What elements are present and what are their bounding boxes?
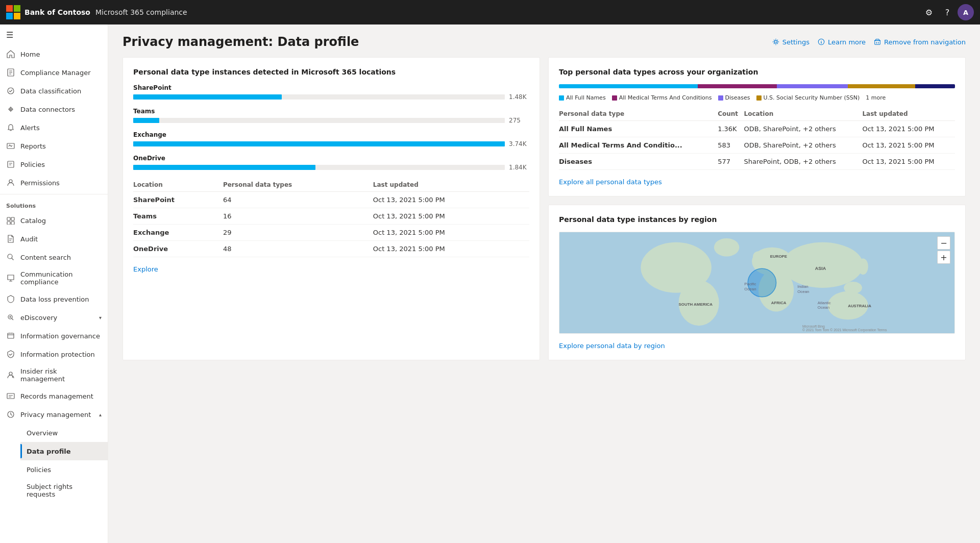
sidebar-item-insider-risk[interactable]: Insider risk management bbox=[0, 363, 108, 387]
info-gov-icon bbox=[6, 331, 15, 340]
zoom-in-button[interactable]: + bbox=[937, 251, 950, 264]
bar-row-exchange: Exchange 3.74K bbox=[133, 131, 529, 147]
table-row: OneDrive 48 Oct 13, 2021 5:00 PM bbox=[133, 241, 529, 257]
bar-label: Exchange bbox=[133, 131, 529, 138]
sidebar-item-content-search[interactable]: Content search bbox=[0, 248, 108, 266]
catalog-icon bbox=[6, 216, 15, 225]
sidebar-item-permissions[interactable]: Permissions bbox=[0, 174, 108, 192]
svg-rect-11 bbox=[11, 217, 14, 220]
sidebar-item-reports[interactable]: Reports bbox=[0, 137, 108, 155]
sidebar-item-label: Catalog bbox=[20, 217, 46, 225]
help-icon[interactable]: ? bbox=[939, 4, 955, 20]
classification-icon bbox=[6, 86, 15, 95]
hamburger-menu[interactable]: ☰ bbox=[0, 24, 108, 45]
sidebar-item-catalog[interactable]: Catalog bbox=[0, 211, 108, 230]
sidebar-item-label: Data loss prevention bbox=[20, 295, 89, 303]
solutions-section-label: Solutions bbox=[0, 196, 108, 211]
remove-nav-link[interactable]: Remove from navigation bbox=[874, 38, 966, 46]
svg-point-33 bbox=[844, 282, 862, 294]
sidebar-item-data-classification[interactable]: Data classification bbox=[0, 82, 108, 100]
sidebar-subitem-data-profile[interactable]: Data profile bbox=[20, 442, 108, 460]
cell-types: 29 bbox=[223, 225, 373, 241]
records-icon bbox=[6, 391, 15, 401]
svg-point-14 bbox=[8, 254, 12, 259]
cell-updated: Oct 13, 2021 5:00 PM bbox=[373, 208, 529, 225]
svg-point-17 bbox=[9, 372, 12, 375]
sidebar-subitem-subject-rights[interactable]: Subject rights requests bbox=[20, 479, 108, 502]
cell-type: All Full Names bbox=[559, 121, 718, 137]
legend-dot bbox=[756, 95, 762, 101]
sidebar-subitem-policies[interactable]: Policies bbox=[20, 460, 108, 479]
sidebar-item-ediscovery[interactable]: eDiscovery ▾ bbox=[0, 308, 108, 327]
avatar[interactable]: A bbox=[958, 4, 974, 20]
top-data-types-title: Top personal data types across your orga… bbox=[559, 68, 955, 76]
sidebar-item-alerts[interactable]: Alerts bbox=[0, 118, 108, 137]
sidebar-item-audit[interactable]: Audit bbox=[0, 230, 108, 248]
insider-icon bbox=[6, 371, 15, 380]
color-segment-medical bbox=[698, 84, 777, 88]
cell-types: 16 bbox=[223, 208, 373, 225]
bar-chart: SharePoint 1.48K Teams bbox=[133, 84, 529, 171]
explore-all-link[interactable]: Explore all personal data types bbox=[559, 178, 662, 186]
sidebar-item-information-protection[interactable]: Information protection bbox=[0, 345, 108, 363]
sidebar-subitem-label: Subject rights requests bbox=[27, 483, 102, 498]
sidebar: ☰ Home Compliance Manager Data classific… bbox=[0, 24, 108, 543]
svg-text:AUSTRALIA: AUSTRALIA bbox=[848, 304, 871, 308]
svg-text:SOUTH AMERICA: SOUTH AMERICA bbox=[679, 302, 713, 307]
table-row: Teams 16 Oct 13, 2021 5:00 PM bbox=[133, 208, 529, 225]
legend-ssn: U.S. Social Security Number (SSN) bbox=[756, 94, 860, 101]
svg-text:Pacific: Pacific bbox=[744, 282, 756, 286]
remove-nav-label: Remove from navigation bbox=[884, 38, 966, 46]
svg-point-26 bbox=[782, 242, 863, 288]
app-logo[interactable]: Bank of Contoso bbox=[6, 5, 90, 19]
sidebar-item-compliance-manager[interactable]: Compliance Manager bbox=[0, 63, 108, 82]
explore-region-link[interactable]: Explore personal data by region bbox=[559, 342, 665, 350]
svg-rect-1 bbox=[14, 5, 20, 12]
zoom-out-button[interactable]: − bbox=[937, 236, 950, 250]
sidebar-item-data-loss-prevention[interactable]: Data loss prevention bbox=[0, 290, 108, 308]
sidebar-subitem-label: Data profile bbox=[27, 448, 71, 455]
sidebar-item-communication-compliance[interactable]: Communication compliance bbox=[0, 266, 108, 290]
topbar-actions: ⚙ ? A bbox=[921, 4, 974, 20]
top-types-color-bar bbox=[559, 84, 955, 88]
svg-text:Indian: Indian bbox=[797, 284, 808, 289]
sidebar-item-policies[interactable]: Policies bbox=[0, 155, 108, 174]
sidebar-item-records-management[interactable]: Records management bbox=[0, 387, 108, 405]
cell-updated: Oct 13, 2021 5:00 PM bbox=[862, 154, 955, 170]
sidebar-item-privacy-management[interactable]: Privacy management ▴ bbox=[0, 405, 108, 424]
learn-more-link[interactable]: Learn more bbox=[818, 38, 866, 46]
cell-updated: Oct 13, 2021 5:00 PM bbox=[862, 121, 955, 137]
svg-point-30 bbox=[714, 238, 740, 257]
page-title: Privacy management: Data profile bbox=[122, 35, 772, 49]
sidebar-item-label: Compliance Manager bbox=[20, 69, 91, 77]
sidebar-subitem-overview[interactable]: Overview bbox=[20, 424, 108, 442]
svg-rect-8 bbox=[8, 161, 14, 167]
sidebar-item-information-governance[interactable]: Information governance bbox=[0, 327, 108, 345]
settings-icon[interactable]: ⚙ bbox=[921, 4, 937, 20]
sidebar-item-label: Information governance bbox=[20, 332, 100, 340]
svg-text:EUROPE: EUROPE bbox=[770, 254, 787, 259]
org-name: Bank of Contoso bbox=[24, 8, 90, 16]
sidebar-item-data-connectors[interactable]: Data connectors bbox=[0, 100, 108, 118]
svg-rect-18 bbox=[7, 393, 14, 399]
sidebar-item-label: Privacy management bbox=[20, 411, 91, 418]
reports-icon bbox=[6, 141, 15, 151]
explore-link[interactable]: Explore bbox=[133, 265, 158, 273]
top-types-table: Personal data type Count Location Last u… bbox=[559, 107, 955, 170]
sidebar-item-label: Records management bbox=[20, 392, 93, 400]
color-segment-ssn bbox=[848, 84, 915, 88]
sidebar-item-label: Policies bbox=[20, 161, 45, 168]
communication-icon bbox=[6, 274, 15, 283]
sidebar-item-label: Permissions bbox=[20, 179, 60, 187]
legend-diseases: Diseases bbox=[718, 94, 750, 101]
sidebar-item-home[interactable]: Home bbox=[0, 45, 108, 63]
svg-text:© 2021 Tom Tom © 2021 Microsof: © 2021 Tom Tom © 2021 Microsoft Corporat… bbox=[802, 328, 887, 332]
bar-row-sharepoint: SharePoint 1.48K bbox=[133, 84, 529, 101]
svg-rect-10 bbox=[7, 217, 10, 220]
bar-track bbox=[133, 118, 505, 123]
settings-link[interactable]: Settings bbox=[772, 38, 810, 46]
col-last-updated: Last updated bbox=[373, 178, 529, 192]
svg-text:ASIA: ASIA bbox=[815, 266, 826, 271]
table-row: Exchange 29 Oct 13, 2021 5:00 PM bbox=[133, 225, 529, 241]
table-row: All Full Names 1.36K ODB, SharePoint, +2… bbox=[559, 121, 955, 137]
